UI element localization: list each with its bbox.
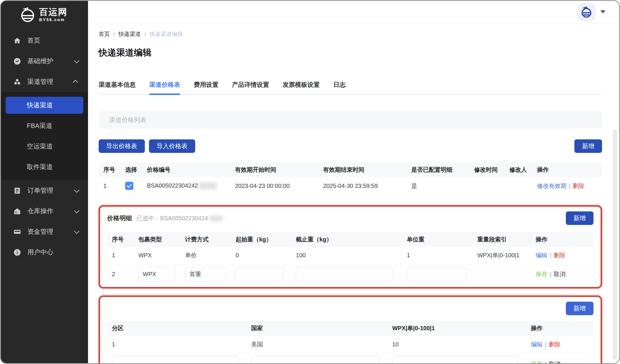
sidebar-item-pickup-channel[interactable]: 取件渠道 bbox=[1, 157, 88, 177]
row-actions: 编辑|删除 bbox=[533, 247, 594, 264]
sidebar-item-channel-management[interactable]: 渠道管理 bbox=[1, 71, 88, 92]
sidebar: 百运网 BY56.com 首页 基础维护 bbox=[1, 1, 88, 363]
sidebar-item-air-channel[interactable]: 空运渠道 bbox=[1, 136, 88, 157]
delete-link[interactable]: 删除 bbox=[554, 252, 566, 258]
zone-price-section: 新增 分区 国家 WPX|单|0-100|1 操作 1 bbox=[99, 295, 602, 363]
package-type-input[interactable] bbox=[138, 267, 176, 282]
zone-price-table: 分区 国家 WPX|单|0-100|1 操作 1 美国 10 编辑|删除 bbox=[107, 321, 594, 363]
tab-logs[interactable]: 日志 bbox=[333, 81, 346, 94]
table-row: 1 BSA005022304242 2023-04-23 00:00:00 20… bbox=[99, 177, 602, 195]
start-weight-input[interactable] bbox=[236, 267, 284, 282]
delete-link[interactable]: 删除 bbox=[549, 341, 561, 348]
add-price-button[interactable]: 新增 bbox=[574, 139, 602, 153]
breadcrumb-express-channel[interactable]: 快递渠道 bbox=[118, 30, 141, 38]
row-actions: 保存|取消 bbox=[528, 353, 594, 363]
vertical-scrollbar-thumb[interactable] bbox=[613, 130, 617, 360]
user-menu-caret-icon[interactable] bbox=[600, 10, 606, 14]
zone-input[interactable] bbox=[112, 356, 238, 363]
chevron-down-icon bbox=[74, 208, 79, 213]
topbar bbox=[88, 1, 619, 23]
redacted-blur bbox=[209, 216, 223, 221]
tab-invoice-template-settings[interactable]: 发票模板设置 bbox=[283, 81, 320, 94]
home-icon bbox=[13, 37, 21, 45]
zone-section-header: 新增 bbox=[107, 302, 594, 315]
price-detail-header: 价格明细 已选中：BSA00502230424 新增 bbox=[107, 211, 594, 225]
edit-link[interactable]: 编辑 bbox=[531, 341, 543, 348]
sidebar-item-express-channel[interactable]: 快递渠道 bbox=[1, 95, 88, 116]
channel-submenu: 快递渠道 FBA渠道 空运渠道 取件渠道 bbox=[1, 92, 88, 180]
row-actions: 修改有效期|删除 bbox=[534, 177, 602, 195]
orders-icon bbox=[13, 187, 21, 195]
cancel-link[interactable]: 取消 bbox=[549, 361, 561, 363]
warehouse-icon bbox=[13, 207, 21, 215]
chevron-down-icon bbox=[74, 58, 79, 63]
breadcrumb: 首页 / 快递渠道 / 快递渠道编辑 bbox=[99, 30, 602, 38]
table-header-row: 序号 包裹类型 计费方式 起始重（kg） 截止重（kg） 单位重 重量段索引 操… bbox=[107, 232, 594, 247]
price-list-card-header: 渠道价格列表 bbox=[99, 111, 602, 129]
sidebar-item-user-center[interactable]: 用户中心 bbox=[1, 242, 88, 263]
breadcrumb-home[interactable]: 首页 bbox=[99, 30, 110, 38]
row-select-checkbox[interactable] bbox=[125, 182, 133, 190]
chevron-down-icon bbox=[74, 228, 79, 234]
sidebar-item-basic-maintenance[interactable]: 基础维护 bbox=[1, 51, 88, 71]
chevron-up-icon bbox=[73, 80, 78, 85]
price-detail-section: 价格明细 已选中：BSA00502230424 新增 序号 包裹类型 计费方式 … bbox=[99, 205, 602, 288]
page-content: 首页 / 快递渠道 / 快递渠道编辑 快递渠道编辑 渠道基本信息 渠道价格表 费… bbox=[88, 23, 619, 363]
user-avatar[interactable] bbox=[577, 3, 596, 21]
sidebar-item-home[interactable]: 首页 bbox=[1, 30, 88, 51]
redacted-blur bbox=[199, 182, 217, 189]
card-title: 渠道价格列表 bbox=[109, 116, 146, 124]
import-price-table-button[interactable]: 导入价格表 bbox=[149, 139, 195, 153]
table-edit-row: 保存|取消 bbox=[107, 353, 594, 363]
price-list-table: 序号 选择 价格编号 有效期开始时间 有效期结束时间 是否已配置明细 修改时间 … bbox=[99, 162, 602, 195]
rate-input[interactable] bbox=[392, 356, 518, 363]
page-title: 快递渠道编辑 bbox=[99, 47, 602, 59]
unit-weight-input[interactable] bbox=[407, 267, 466, 282]
sidebar-item-funds-management[interactable]: 资金管理 bbox=[1, 221, 88, 242]
tab-channel-price-table[interactable]: 渠道价格表 bbox=[149, 81, 180, 94]
cancel-link[interactable]: 取消 bbox=[554, 271, 566, 277]
active-nav-pill: 快递渠道 bbox=[6, 97, 83, 114]
add-zone-button[interactable]: 新增 bbox=[566, 302, 594, 315]
table-row: 1 美国 10 编辑|删除 bbox=[107, 336, 594, 353]
delete-link[interactable]: 删除 bbox=[573, 183, 584, 189]
selected-price-label: 已选中：BSA00502230424 bbox=[137, 214, 223, 222]
table-header-row: 序号 选择 价格编号 有效期开始时间 有效期结束时间 是否已配置明细 修改时间 … bbox=[99, 162, 602, 177]
brand-name: 百运网 bbox=[39, 7, 67, 17]
price-detail-table: 序号 包裹类型 计费方式 起始重（kg） 截止重（kg） 单位重 重量段索引 操… bbox=[107, 232, 594, 284]
channels-icon bbox=[13, 78, 21, 86]
end-weight-input[interactable] bbox=[296, 267, 392, 282]
tab-product-detail-settings[interactable]: 产品详情设置 bbox=[232, 81, 269, 94]
info-circle-icon bbox=[13, 248, 21, 256]
billing-method-input[interactable] bbox=[185, 267, 226, 282]
country-input[interactable] bbox=[251, 356, 379, 363]
by56-avatar-icon bbox=[580, 6, 593, 18]
modify-validity-link[interactable]: 修改有效期 bbox=[537, 183, 566, 189]
sidebar-item-fba-channel[interactable]: FBA渠道 bbox=[1, 116, 88, 136]
table-row: 1 WPX 单价 0 100 1 WPX|单|0-100|1 编辑|删除 bbox=[107, 247, 594, 264]
edit-link[interactable]: 编辑 bbox=[536, 252, 547, 258]
row-actions: 保存|取消 bbox=[533, 264, 594, 284]
tab-channel-basic-info[interactable]: 渠道基本信息 bbox=[99, 81, 136, 94]
row-actions: 编辑|删除 bbox=[528, 336, 594, 353]
check-icon bbox=[127, 184, 132, 188]
price-list-toolbar: 导出价格表 导入价格表 新增 bbox=[99, 139, 602, 153]
app-window: 百运网 BY56.com 首页 基础维护 bbox=[0, 0, 620, 364]
save-link[interactable]: 保存 bbox=[531, 361, 543, 363]
save-link[interactable]: 保存 bbox=[536, 271, 547, 277]
chevron-down-icon bbox=[74, 187, 79, 193]
tab-fee-settings[interactable]: 费用设置 bbox=[194, 81, 218, 94]
brand-domain: BY56.com bbox=[39, 18, 67, 22]
by56-logo-icon bbox=[20, 7, 36, 23]
sidebar-item-order-management[interactable]: 订单管理 bbox=[1, 180, 88, 201]
table-edit-row: 2 保存|取消 bbox=[107, 264, 594, 284]
add-price-detail-button[interactable]: 新增 bbox=[566, 211, 594, 225]
price-number-cell: BSA005022304242 bbox=[144, 177, 232, 195]
export-price-table-button[interactable]: 导出价格表 bbox=[99, 139, 145, 153]
maintenance-icon bbox=[13, 57, 21, 65]
sidebar-nav: 首页 基础维护 渠道管理 快递渠道 bbox=[1, 30, 88, 263]
main-area: 首页 / 快递渠道 / 快递渠道编辑 快递渠道编辑 渠道基本信息 渠道价格表 费… bbox=[88, 1, 619, 363]
price-detail-title: 价格明细 bbox=[107, 214, 132, 222]
breadcrumb-current: 快递渠道编辑 bbox=[150, 30, 183, 38]
sidebar-item-warehouse-operations[interactable]: 仓库操作 bbox=[1, 201, 88, 221]
